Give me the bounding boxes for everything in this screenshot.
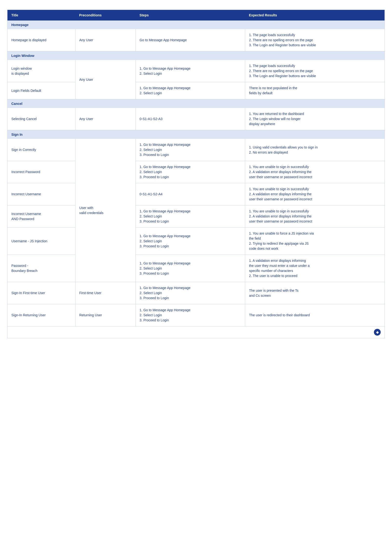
- cell-title: Sign in Correctly: [7, 139, 75, 161]
- cell-title: Incorrect Password: [7, 161, 75, 183]
- cell-expected: The user is redirected to their dashboar…: [245, 304, 385, 326]
- table-row: Username - JS Injection1. Go to Message …: [7, 228, 385, 255]
- cell-title: Sign-In First-time User: [7, 282, 75, 304]
- cell-expected: 1. You are unable to sign in successfull…: [245, 183, 385, 205]
- table-row: Incorrect Password1. Go to Message App H…: [7, 161, 385, 183]
- cell-title: Homepage is displayed: [7, 29, 75, 51]
- cell-title: Password - Boundary Breach: [7, 255, 75, 282]
- header-title: Title: [7, 10, 75, 21]
- brand-icon: ◆: [374, 329, 381, 336]
- cell-steps: 1. Go to Message App Homepage 2. Select …: [136, 205, 245, 228]
- table-row: Incorrect Username0-S1-A1-S2-A41. You ar…: [7, 183, 385, 205]
- cell-expected: 1. A validation error displays informing…: [245, 255, 385, 282]
- section-header-0: Homepage: [7, 20, 385, 29]
- footer-cell: ◆: [7, 326, 385, 338]
- cell-title: Selecting Cancel: [7, 108, 75, 130]
- cell-title: Username - JS Injection: [7, 228, 75, 255]
- cell-steps: 1. Go to Message App Homepage 2. Select …: [136, 60, 245, 82]
- cell-steps: 1. Go to Message App Homepage 2. Select …: [136, 255, 245, 282]
- section-title-2: Cancel: [7, 99, 385, 108]
- cell-expected: 1. You are returned to the dashboard 2. …: [245, 108, 385, 130]
- table-row: Password - Boundary Breach1. Go to Messa…: [7, 255, 385, 282]
- table-row: Sign in CorrectlyUser with valid credent…: [7, 139, 385, 161]
- cell-preconditions: Any User: [75, 108, 135, 130]
- section-header-2: Cancel: [7, 99, 385, 108]
- section-title-1: Login Window: [7, 51, 385, 60]
- table-row: Incorrect Username AND Password1. Go to …: [7, 205, 385, 228]
- cell-title: Login window is displayed: [7, 60, 75, 82]
- footer-row: ◆: [7, 326, 385, 338]
- cell-steps: Go to Message App Homepage: [136, 29, 245, 51]
- table-row: Homepage is displayedAny UserGo to Messa…: [7, 29, 385, 51]
- cell-title: Sign-In Returning User: [7, 304, 75, 326]
- cell-preconditions: First-time User: [75, 282, 135, 304]
- table-row: Login Fields Default1. Go to Message App…: [7, 82, 385, 99]
- header-steps: Steps: [136, 10, 245, 21]
- section-header-1: Login Window: [7, 51, 385, 60]
- header-expected: Expected Results: [245, 10, 385, 21]
- cell-steps: 1. Go to Message App Homepage 2. Select …: [136, 304, 245, 326]
- header-preconditions: Preconditions: [75, 10, 135, 21]
- cell-expected: 1. You are unable to force a JS injectio…: [245, 228, 385, 255]
- cell-expected: 1. The page loads successfully 2. There …: [245, 60, 385, 82]
- cell-preconditions: Any User: [75, 60, 135, 99]
- cell-steps: 0-S1-A1-S2-A3: [136, 108, 245, 130]
- cell-expected: 1. The page loads successfully 2. There …: [245, 29, 385, 51]
- cell-steps: 1. Go to Message App Homepage 2. Select …: [136, 139, 245, 161]
- table-row: Sign-In First-time UserFirst-time User1.…: [7, 282, 385, 304]
- cell-expected: There is no text populated in the fields…: [245, 82, 385, 99]
- cell-title: Incorrect Username: [7, 183, 75, 205]
- cell-steps: 1. Go to Message App Homepage 2. Select …: [136, 82, 245, 99]
- section-title-3: Sign In: [7, 130, 385, 139]
- cell-title: Incorrect Username AND Password: [7, 205, 75, 228]
- cell-steps: 1. Go to Message App Homepage 2. Select …: [136, 228, 245, 255]
- cell-steps: 0-S1-A1-S2-A4: [136, 183, 245, 205]
- cell-steps: 1. Go to Message App Homepage 2. Select …: [136, 282, 245, 304]
- cell-steps: 1. Go to Message App Homepage 2. Select …: [136, 161, 245, 183]
- section-title-0: Homepage: [7, 20, 385, 29]
- table-row: Selecting CancelAny User0-S1-A1-S2-A31. …: [7, 108, 385, 130]
- table-row: Sign-In Returning UserReturning User1. G…: [7, 304, 385, 326]
- cell-preconditions: Returning User: [75, 304, 135, 326]
- section-header-3: Sign In: [7, 130, 385, 139]
- cell-expected: 1. Using valid credentials allows you to…: [245, 139, 385, 161]
- cell-expected: The user is presented with the Ts and Cs…: [245, 282, 385, 304]
- cell-expected: 1. You are unable to sign in successfull…: [245, 161, 385, 183]
- cell-preconditions: Any User: [75, 29, 135, 51]
- table-row: Login window is displayedAny User1. Go t…: [7, 60, 385, 82]
- cell-expected: 1. You are unable to sign in successfull…: [245, 205, 385, 228]
- cell-preconditions: User with valid credentials: [75, 139, 135, 282]
- cell-title: Login Fields Default: [7, 82, 75, 99]
